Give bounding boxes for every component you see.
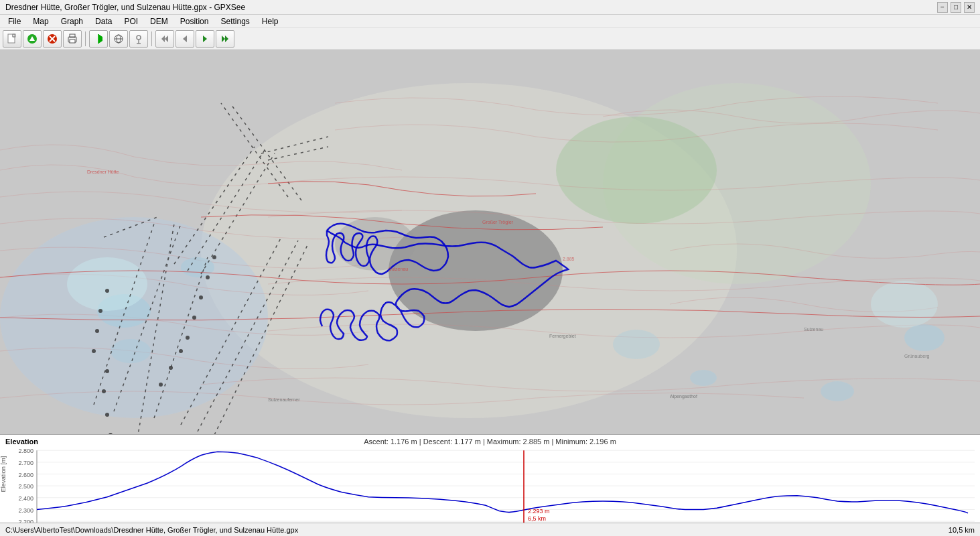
new-button[interactable] <box>3 30 21 48</box>
next-next-button[interactable] <box>216 30 234 48</box>
svg-text:2.700: 2.700 <box>19 460 33 466</box>
status-path: C:\Users\AlbertoTest\Downloads\Dresdner … <box>5 526 298 534</box>
svg-point-68 <box>102 389 106 393</box>
prev-prev-button[interactable] <box>155 30 174 48</box>
menu-poi[interactable]: POI <box>119 15 143 27</box>
close-file-button[interactable] <box>43 30 62 48</box>
svg-text:2.885: 2.885 <box>563 257 575 261</box>
svg-rect-0 <box>8 34 15 43</box>
svg-point-55 <box>186 336 190 340</box>
svg-point-69 <box>105 413 109 417</box>
svg-text:6,5 km: 6,5 km <box>528 515 546 522</box>
svg-text:Fernergebiet: Fernergebiet <box>549 334 576 339</box>
prev-button[interactable] <box>176 30 194 48</box>
svg-marker-21 <box>203 36 207 42</box>
svg-text:2.600: 2.600 <box>19 472 33 478</box>
title-bar: Dresdner Hütte, Großer Trögler, und Sulz… <box>0 0 980 15</box>
svg-point-57 <box>199 295 203 299</box>
svg-marker-23 <box>225 36 228 42</box>
svg-point-33 <box>904 324 944 351</box>
elevation-panel: Elevation Ascent: 1.176 m | Descent: 1.1… <box>0 434 980 536</box>
svg-point-65 <box>95 329 99 333</box>
svg-text:2.500: 2.500 <box>19 483 33 490</box>
menu-data[interactable]: Data <box>90 15 117 27</box>
svg-point-60 <box>179 349 183 353</box>
svg-text:Dresdner Hütte: Dresdner Hütte <box>87 170 119 174</box>
svg-point-34 <box>821 381 854 401</box>
menu-position[interactable]: Position <box>175 15 214 27</box>
svg-point-28 <box>556 117 717 224</box>
svg-point-36 <box>613 330 660 359</box>
close-button[interactable]: ✕ <box>964 2 975 13</box>
map-layers-button[interactable] <box>109 30 128 48</box>
poi-button[interactable] <box>129 30 148 48</box>
svg-text:Sulzenauferner: Sulzenauferner <box>268 397 300 402</box>
menu-settings[interactable]: Settings <box>215 15 255 27</box>
status-distance: 10,5 km <box>949 526 975 534</box>
menu-file[interactable]: File <box>3 15 26 27</box>
svg-marker-19 <box>165 36 168 42</box>
status-bar: C:\Users\AlbertoTest\Downloads\Dresdner … <box>0 523 980 536</box>
svg-point-35 <box>690 370 717 386</box>
open-button[interactable] <box>23 30 42 48</box>
svg-text:2.293 m: 2.293 m <box>528 508 550 515</box>
svg-text:Alpengasthof: Alpengasthof <box>670 394 697 399</box>
menu-bar: File Map Graph Data POI DEM Position Set… <box>0 15 980 28</box>
svg-point-61 <box>169 366 173 370</box>
svg-point-67 <box>105 369 109 373</box>
svg-marker-22 <box>222 36 225 42</box>
svg-point-56 <box>192 316 196 320</box>
map-area[interactable]: 0 200 400 600 m Dresdner Hütte Sulzenau … <box>0 50 980 434</box>
svg-text:Großer Trögler: Großer Trögler <box>482 220 514 225</box>
menu-map[interactable]: Map <box>27 15 54 27</box>
svg-point-37 <box>111 339 151 363</box>
svg-point-63 <box>105 289 109 293</box>
svg-text:Grünauberg: Grünauberg <box>904 354 929 359</box>
svg-text:Sulzenau: Sulzenau <box>389 267 408 271</box>
svg-text:2.800: 2.800 <box>19 448 33 454</box>
svg-point-64 <box>98 309 102 313</box>
print-button[interactable] <box>63 30 82 48</box>
window-title: Dresdner Hütte, Großer Trögler, und Sulz… <box>5 3 245 12</box>
svg-point-39 <box>871 281 938 328</box>
svg-point-66 <box>92 349 96 353</box>
toolbar <box>0 28 980 50</box>
svg-point-32 <box>181 257 214 277</box>
svg-point-38 <box>67 257 147 311</box>
window-controls: − □ ✕ <box>937 2 975 13</box>
svg-point-58 <box>206 275 210 279</box>
elevation-stats: Ascent: 1.176 m | Descent: 1.177 m | Max… <box>0 438 980 446</box>
next-button[interactable] <box>196 30 214 48</box>
menu-help[interactable]: Help <box>257 15 284 27</box>
svg-point-15 <box>137 36 141 40</box>
svg-rect-9 <box>70 40 75 43</box>
svg-text:2.300: 2.300 <box>19 507 33 513</box>
map-background: 0 200 400 600 m Dresdner Hütte Sulzenau … <box>0 50 980 434</box>
menu-dem[interactable]: DEM <box>145 15 173 27</box>
svg-text:2.400: 2.400 <box>19 495 33 502</box>
svg-point-59 <box>212 255 216 259</box>
svg-text:Elevation [m]: Elevation [m] <box>0 456 7 492</box>
waypoint-button[interactable] <box>89 30 108 48</box>
svg-text:Sulzenau: Sulzenau <box>804 327 823 332</box>
toolbar-sep-2 <box>151 31 152 46</box>
toolbar-sep-1 <box>85 31 86 46</box>
minimize-button[interactable]: − <box>937 2 948 13</box>
svg-marker-18 <box>161 36 165 42</box>
maximize-button[interactable]: □ <box>951 2 961 13</box>
menu-graph[interactable]: Graph <box>56 15 88 27</box>
svg-point-29 <box>389 210 563 331</box>
svg-marker-20 <box>183 36 187 42</box>
svg-point-62 <box>159 383 163 387</box>
svg-marker-11 <box>98 34 102 44</box>
